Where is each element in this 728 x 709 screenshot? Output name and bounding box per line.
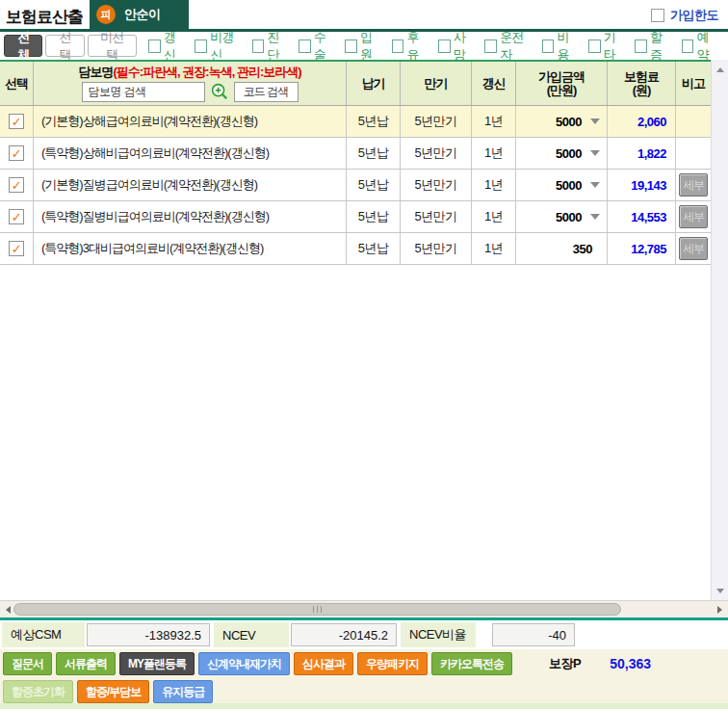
ncev-value: -20145.2 <box>291 623 397 646</box>
hospitalization-checkbox[interactable] <box>345 39 357 53</box>
filter-cat-nonrenewal[interactable]: 비갱신 <box>195 29 241 64</box>
scroll-up-icon[interactable] <box>712 62 728 77</box>
filter-cat-surgery[interactable]: 수술 <box>299 29 334 64</box>
filter-unselected-button[interactable]: 미선택 <box>88 35 137 57</box>
maturity-term: 5년만기 <box>401 201 472 232</box>
chevron-down-icon <box>590 118 600 124</box>
surgery-checkbox[interactable] <box>299 39 311 53</box>
join-limit-toggle[interactable]: 가입한도 <box>651 7 718 24</box>
amount-dropdown[interactable]: 5000 <box>516 170 608 200</box>
row-checkbox[interactable]: ✓ <box>9 177 24 193</box>
renewal-term: 1년 <box>472 201 516 232</box>
filter-cat-reservation[interactable]: 예약 <box>682 29 717 64</box>
filter-cat-driver[interactable]: 운전자 <box>484 29 531 64</box>
renewal-term: 1년 <box>472 138 516 169</box>
table-row[interactable]: ✓ (기본형)질병급여의료비(계약전환)(갱신형) 5년납 5년만기 1년 50… <box>0 170 711 201</box>
scroll-left-icon[interactable] <box>1 601 14 617</box>
print-docs-button[interactable]: 서류출력 <box>56 652 116 675</box>
detail-button[interactable]: 세부 <box>679 173 708 197</box>
chevron-down-icon <box>590 150 600 156</box>
premium-value: 12,785 <box>608 233 676 264</box>
coverage-name: (특약형)상해비급여의료비(계약전환)(갱신형) <box>34 138 347 169</box>
coverage-name: (특약형)질병비급여의료비(계약전환)(갱신형) <box>34 201 347 232</box>
filter-cat-diagnosis[interactable]: 진단 <box>252 29 288 64</box>
table-row[interactable]: ✓ (특약형)질병비급여의료비(계약전환)(갱신형) 5년납 5년만기 1년 5… <box>0 201 711 233</box>
ncev-ratio-label: NCEV비율 <box>401 622 476 647</box>
table-row[interactable]: ✓ (기본형)상해급여의료비(계약전환)(갱신형) 5년납 5년만기 1년 50… <box>0 106 711 138</box>
payment-term: 5년납 <box>347 233 401 264</box>
csm-value: -138932.5 <box>87 623 210 646</box>
surcharge-exclusion-button[interactable]: 할증/부담보 <box>77 680 149 703</box>
vertical-scrollbar[interactable] <box>711 60 728 600</box>
horizontal-scrollbar[interactable] <box>0 600 728 617</box>
questionnaire-button[interactable]: 질문서 <box>3 652 52 675</box>
nonrenewal-checkbox[interactable] <box>195 39 207 53</box>
coverage-name: (기본형)질병급여의료비(계약전환)(갱신형) <box>34 170 347 200</box>
join-limit-label: 가입한도 <box>670 7 718 24</box>
premium-value: 2,060 <box>608 106 676 137</box>
detail-button[interactable]: 세부 <box>679 237 708 260</box>
renewal-term: 1년 <box>472 233 516 264</box>
filter-cat-hospitalization[interactable]: 입원 <box>345 29 380 64</box>
filter-cat-expense[interactable]: 비용 <box>542 29 578 64</box>
retention-grade-button[interactable]: 유지등급 <box>153 680 213 703</box>
filter-cat-etc[interactable]: 기타 <box>588 29 624 64</box>
coverage-table: 선택 담보명(필수:파란색, 권장:녹색, 관리:보라색) 납기 <box>0 60 711 265</box>
page-title: 보험료산출 <box>6 6 83 28</box>
scroll-grip-icon <box>313 606 323 613</box>
premium-package-button[interactable]: 우량패키지 <box>357 652 428 675</box>
filter-categories: 갱신 비갱신 진단 수술 입원 후유 사망 운전자 비용 기타 할증 예약 <box>148 29 728 64</box>
payment-term: 5년납 <box>347 170 401 200</box>
table-row[interactable]: ✓ (특약형)상해비급여의료비(계약전환)(갱신형) 5년납 5년만기 1년 5… <box>0 138 711 170</box>
search-zoom-icon[interactable] <box>211 83 228 100</box>
premium-value: 1,822 <box>608 138 676 169</box>
row-checkbox[interactable]: ✓ <box>9 241 24 256</box>
diagnosis-checkbox[interactable] <box>252 39 265 53</box>
amount-dropdown[interactable]: 5000 <box>516 138 608 169</box>
maturity-term: 5년만기 <box>401 138 472 169</box>
tab-insured-person[interactable]: 피 안순이 <box>90 0 189 29</box>
death-checkbox[interactable] <box>438 39 451 53</box>
review-result-button[interactable]: 심사결과 <box>294 652 353 675</box>
filter-selected-button[interactable]: 선택 <box>45 35 84 57</box>
coverage-search-input[interactable] <box>82 82 205 102</box>
table-row[interactable]: ✓ (특약형)3대비급여의료비(계약전환)(갱신형) 5년납 5년만기 1년 3… <box>0 233 711 265</box>
row-checkbox[interactable]: ✓ <box>9 209 24 224</box>
scroll-down-icon[interactable] <box>712 583 728 598</box>
amount-dropdown[interactable]: 5000 <box>516 201 608 232</box>
filter-cat-surcharge[interactable]: 할증 <box>635 29 670 64</box>
horizontal-scroll-thumb[interactable] <box>13 603 621 616</box>
row-checkbox[interactable]: ✓ <box>9 114 24 129</box>
titlebar: 보험료산출 피 안순이 가입한도 <box>0 0 728 32</box>
filter-cat-death[interactable]: 사망 <box>438 29 474 64</box>
insured-badge-icon: 피 <box>96 5 116 24</box>
filter-cat-renewal[interactable]: 갱신 <box>148 29 184 64</box>
amount-dropdown[interactable]: 5000 <box>516 106 608 137</box>
row-checkbox[interactable]: ✓ <box>9 145 24 161</box>
renewal-checkbox[interactable] <box>148 39 161 53</box>
aftereffect-checkbox[interactable] <box>392 39 404 53</box>
coverage-header-title: 담보명 <box>78 66 113 79</box>
coverage-p-value: 50,363 <box>610 656 651 671</box>
col-header-premium: 보험료 (원) <box>608 62 676 105</box>
scroll-right-icon[interactable] <box>713 601 726 617</box>
reservation-checkbox[interactable] <box>682 39 694 53</box>
surcharge-reset-button[interactable]: 할증초기화 <box>3 680 73 703</box>
insured-name: 안순이 <box>124 6 161 23</box>
detail-button[interactable]: 세부 <box>679 205 708 228</box>
note-cell: 세부 <box>676 233 711 264</box>
new-contract-value-button[interactable]: 신계약내재가치 <box>198 652 290 675</box>
filter-all-button[interactable]: 전체 <box>4 35 42 57</box>
actions-panel: 질문서 서류출력 MY플랜등록 신계약내재가치 심사결과 우량패키지 카카오톡전… <box>0 649 728 709</box>
expense-checkbox[interactable] <box>542 39 555 53</box>
my-plan-register-button[interactable]: MY플랜등록 <box>119 652 195 675</box>
etc-checkbox[interactable] <box>588 39 601 53</box>
driver-checkbox[interactable] <box>484 39 497 53</box>
premium-value: 19,143 <box>608 170 676 200</box>
join-limit-checkbox[interactable] <box>651 9 664 22</box>
filter-cat-aftereffect[interactable]: 후유 <box>392 29 428 64</box>
kakao-send-button[interactable]: 카카오톡전송 <box>431 652 512 675</box>
csm-label: 예상CSM <box>2 622 85 647</box>
surcharge-checkbox[interactable] <box>635 39 647 53</box>
code-search-input[interactable] <box>234 82 299 102</box>
